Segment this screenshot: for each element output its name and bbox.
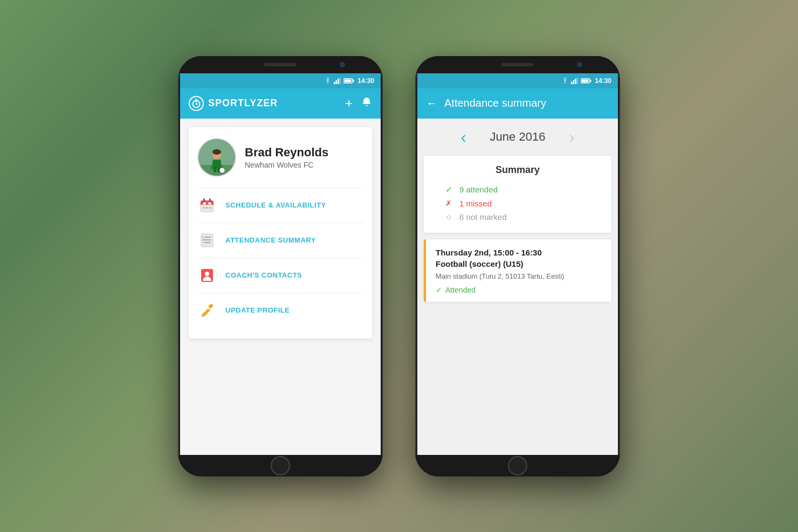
phone-2: 14:30 ← Attendance summary ‹ June 2016 ›…	[415, 56, 620, 476]
battery-icon	[343, 78, 354, 84]
attendance-icon: ≡ ✗ ✓	[197, 231, 217, 250]
phone2-signal-icon	[571, 78, 579, 84]
add-button[interactable]: +	[345, 96, 353, 111]
svg-point-20	[219, 168, 225, 173]
logo-icon	[189, 96, 204, 111]
phone-2-status-icons	[561, 78, 591, 84]
summary-card: Summary ✓ 9 attended ✗ 1 missed ○ 6 not …	[424, 156, 611, 233]
phone-1: 14:30 SPORTLYZER	[178, 56, 383, 476]
svg-rect-44	[571, 82, 573, 84]
avatar	[197, 138, 236, 177]
not-marked-count: 6 not marked	[459, 212, 507, 222]
event-title-line1: Thursday 2nd, 15:00 - 16:30	[436, 247, 604, 258]
phone-2-status-bar: 14:30	[417, 73, 618, 88]
profile-card: Brad Reynolds Newham Wolves FC	[189, 127, 372, 338]
phone-2-speaker	[501, 63, 534, 66]
svg-rect-6	[345, 79, 352, 82]
calendar-icon	[200, 198, 215, 213]
coach-contacts-icon	[200, 268, 215, 283]
phone-1-top	[178, 56, 383, 73]
phone-1-screen: 14:30 SPORTLYZER	[180, 73, 381, 455]
svg-text:✓: ✓	[202, 241, 204, 244]
svg-rect-1	[336, 80, 338, 84]
phone-2-time: 14:30	[595, 77, 611, 85]
update-profile-icon	[197, 301, 217, 320]
attended-row: ✓ 9 attended	[432, 182, 603, 197]
event-attended-icon: ✓	[436, 286, 442, 294]
svg-rect-0	[334, 82, 335, 84]
back-button[interactable]: ←	[426, 96, 438, 110]
prev-month-button[interactable]: ‹	[460, 127, 466, 147]
avatar-svg	[198, 139, 235, 176]
phone-2-home-button[interactable]	[508, 456, 527, 475]
phone-1-bottom	[178, 455, 383, 476]
next-month-button[interactable]: ›	[569, 127, 575, 147]
phone-1-speaker	[264, 63, 297, 66]
phone-1-app-header: SPORTLYZER +	[180, 88, 381, 119]
svg-point-39	[205, 272, 209, 276]
svg-rect-11	[195, 99, 197, 100]
menu-item-contacts[interactable]: COACH'S CONTACTS	[197, 258, 363, 293]
attended-check-icon: ✓	[443, 184, 454, 195]
attendance-screen-title: Attendance summary	[444, 97, 546, 109]
svg-rect-30	[209, 207, 211, 209]
attendance-screen-content: ‹ June 2016 › Summary ✓ 9 attended ✗ 1 m…	[417, 119, 618, 455]
svg-rect-27	[209, 198, 211, 203]
svg-rect-47	[577, 78, 579, 84]
event-status-text: Attended	[445, 286, 476, 294]
svg-rect-40	[208, 303, 214, 309]
missed-row: ✗ 1 missed	[432, 197, 603, 210]
event-card-1[interactable]: Thursday 2nd, 15:00 - 16:30 Football (so…	[424, 239, 611, 302]
pencil-icon	[200, 303, 215, 318]
contacts-icon	[197, 266, 217, 285]
phone-1-time: 14:30	[357, 77, 374, 85]
phone2-battery-icon	[581, 78, 591, 84]
phone-1-status-icons	[324, 78, 354, 84]
wifi-icon	[324, 78, 332, 84]
svg-rect-43	[201, 316, 204, 317]
missed-x-icon: ✗	[443, 199, 454, 208]
phone-2-camera	[577, 62, 582, 67]
notification-bell-icon[interactable]	[361, 96, 372, 110]
menu-item-attendance[interactable]: ≡ ✗ ✓ ATTENDANCE SUMMARY	[197, 223, 363, 258]
attendance-header: ← Attendance summary	[417, 88, 618, 119]
app-logo: SPORTLYZER	[189, 96, 345, 111]
phone-1-content: Brad Reynolds Newham Wolves FC	[180, 119, 381, 455]
event-location: Main stadium (Turu 2, 51013 Tartu, Eesti…	[436, 272, 604, 281]
svg-rect-49	[590, 80, 591, 82]
summary-card-title: Summary	[432, 164, 603, 176]
phone-1-home-button[interactable]	[271, 456, 290, 475]
contacts-label: COACH'S CONTACTS	[225, 271, 302, 279]
svg-rect-46	[575, 79, 576, 84]
svg-rect-3	[340, 78, 341, 84]
svg-rect-29	[206, 207, 208, 209]
menu-item-schedule[interactable]: SCHEDULE & AVAILABILITY	[197, 188, 363, 223]
svg-rect-18	[214, 167, 216, 172]
phone-2-bottom	[415, 455, 620, 476]
not-marked-row: ○ 6 not marked	[432, 210, 603, 224]
svg-rect-28	[203, 207, 205, 209]
event-status: ✓ Attended	[436, 286, 604, 294]
attendance-list-icon: ≡ ✗ ✓	[200, 233, 215, 248]
update-profile-label: UPDATE PROFILE	[225, 306, 290, 314]
phone-2-top	[415, 56, 620, 73]
current-month: June 2016	[477, 130, 558, 144]
month-navigation: ‹ June 2016 ›	[417, 119, 618, 156]
not-marked-circle-icon: ○	[443, 212, 454, 222]
logo-stopwatch-icon	[191, 99, 201, 108]
svg-rect-50	[582, 79, 589, 82]
svg-rect-2	[338, 79, 339, 84]
profile-header: Brad Reynolds Newham Wolves FC	[197, 138, 363, 177]
svg-point-17	[212, 149, 221, 155]
profile-name: Brad Reynolds	[245, 146, 328, 160]
menu-item-update-profile[interactable]: UPDATE PROFILE	[197, 293, 363, 328]
missed-count: 1 missed	[459, 199, 492, 208]
svg-rect-26	[203, 198, 205, 203]
profile-team: Newham Wolves FC	[245, 161, 328, 169]
phone-1-status-bar: 14:30	[180, 73, 381, 88]
bell-svg	[361, 96, 372, 107]
attended-count: 9 attended	[459, 185, 498, 194]
schedule-icon	[197, 196, 217, 215]
phone2-wifi-icon	[561, 78, 569, 84]
svg-marker-41	[202, 308, 210, 317]
